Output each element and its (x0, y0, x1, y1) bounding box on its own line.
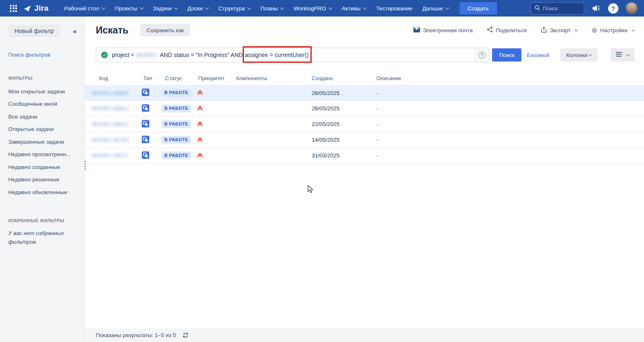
issue-type-icon (142, 151, 149, 160)
search-filters-link[interactable]: Поиск фильтров (8, 52, 77, 58)
topnav-menu-item[interactable]: Доски (182, 0, 213, 17)
table-row[interactable]: MOSRU-68861 В РАБОТЕ 26/05/2025 - (85, 101, 644, 116)
sidebar-filter-item[interactable]: Недавно решенные (8, 173, 77, 186)
topnav-menu-item[interactable]: Тестирование (371, 0, 417, 17)
topnav-menu-item[interactable]: Задачи (148, 0, 182, 17)
topnav-menu-label: Доски (187, 5, 203, 12)
settings-action-button[interactable]: ⚙ Настройки (592, 27, 635, 33)
column-header-status[interactable]: Статус (161, 75, 196, 81)
chevron-down-icon (140, 5, 144, 10)
jql-query-input[interactable]: ✓ project = MOSRU AND status = "In Progr… (96, 48, 489, 62)
chevron-down-icon (174, 5, 178, 10)
issue-key-link-redacted[interactable]: MOSRU-48571 (92, 152, 128, 159)
sidebar-filter-label: Сообщенные мной (8, 101, 57, 107)
jira-logo[interactable]: Jira (23, 4, 49, 13)
status-badge: В РАБОТЕ (161, 104, 191, 112)
save-as-button[interactable]: Сохранить как (140, 24, 190, 36)
jql-search-button[interactable]: Поиск (492, 48, 521, 62)
priority-highest-icon (197, 138, 203, 144)
question-mark-icon: ? (478, 52, 485, 59)
table-row[interactable]: MOSRU-48786 В РАБОТЕ 14/05/2025 - (85, 132, 644, 148)
email-action-button[interactable]: Электронная почта (413, 27, 473, 34)
issue-key-link-redacted[interactable]: MOSRU-48863 (92, 90, 128, 96)
top-navigation-bar: Jira Рабочий стол Проекты Задачи Доски С… (0, 0, 644, 17)
columns-button[interactable]: Колонки (560, 48, 597, 62)
created-date-cell: 26/05/2025 (312, 105, 374, 112)
table-row[interactable]: MOSRU-48863 В РАБОТЕ 26/05/2025 - (85, 85, 644, 101)
created-date-cell: 26/05/2025 (312, 90, 374, 96)
issue-key-cell: MOSRU-68861 (92, 105, 140, 112)
topnav-menu-item[interactable]: Проекты (110, 0, 148, 17)
collapse-sidebar-icon[interactable]: « (73, 28, 77, 35)
table-row[interactable]: MOSRU-48571 В РАБОТЕ 31/03/2025 - (85, 148, 644, 164)
priority-cell (196, 136, 236, 144)
chevron-down-icon (632, 28, 635, 31)
issue-key-link-redacted[interactable]: MOSRU-48786 (92, 137, 128, 143)
jira-logo-icon (23, 4, 32, 13)
priority-cell (196, 121, 236, 128)
table-row[interactable]: MOSRU-68842 В РАБОТЕ 22/05/2025 - (85, 116, 644, 132)
export-action-label: Экспорт (550, 27, 571, 33)
topnav-menu-item[interactable]: WorklogPRO (289, 0, 337, 17)
sidebar-filter-item[interactable]: Недавно просмотренн... (8, 148, 77, 161)
user-avatar[interactable] (626, 2, 637, 14)
jira-logo-text: Jira (34, 4, 49, 13)
column-header-type[interactable]: Тип (140, 75, 161, 81)
views-menu-button[interactable] (611, 48, 635, 62)
global-search-input[interactable] (543, 5, 576, 12)
sidebar-filter-item[interactable]: Открытые задачи (8, 123, 77, 136)
share-action-button[interactable]: Поделиться (487, 26, 527, 34)
global-search-box[interactable] (530, 2, 584, 14)
topnav-menu-item[interactable]: Рабочий стол (59, 0, 110, 17)
sidebar-filter-label: Недавно решенные (8, 176, 59, 183)
create-button[interactable]: Создать (459, 2, 497, 14)
new-filter-button[interactable]: Новый фильтр (8, 25, 60, 37)
sidebar-filter-item[interactable]: Недавно обновленные (8, 186, 77, 199)
announcements-megaphone-icon[interactable] (592, 4, 601, 12)
app-switcher-icon[interactable] (10, 5, 17, 12)
jql-valid-check-icon: ✓ (101, 52, 108, 58)
jql-help-button[interactable]: ? (475, 48, 489, 62)
favorites-section-title: ИЗБРАННЫЕ ФИЛЬТРЫ (8, 218, 77, 223)
export-action-button[interactable]: Экспорт (541, 26, 578, 34)
topnav-menu-item[interactable]: Планы (256, 0, 289, 17)
column-header-key[interactable]: Код (92, 75, 140, 81)
issue-type-icon (142, 135, 149, 145)
sidebar-filter-item[interactable]: Сообщенные мной (8, 98, 77, 111)
export-icon (541, 26, 547, 34)
issue-type-cell (140, 104, 161, 113)
issue-key-link-redacted[interactable]: MOSRU-68842 (92, 121, 128, 127)
results-footer-bar: Показаны результаты: 1–5 из 5 (85, 328, 644, 342)
page-title: Искать (96, 25, 128, 36)
sidebar-filter-item[interactable]: Недавно созданные (8, 161, 77, 173)
search-icon (535, 5, 540, 12)
chevron-down-icon (328, 5, 332, 10)
basic-mode-link[interactable]: Базовый (527, 52, 549, 58)
issue-type-icon (142, 88, 149, 97)
column-header-created[interactable]: Создано (312, 75, 374, 81)
filters-section-title: ФИЛЬТРЫ (8, 76, 77, 81)
priority-cell (196, 89, 236, 97)
status-badge: В РАБОТЕ (161, 152, 191, 159)
chevron-down-icon (280, 5, 284, 10)
issue-type-cell (140, 151, 161, 160)
status-badge: В РАБОТЕ (161, 120, 191, 128)
sidebar-filter-item[interactable]: Все задачи (8, 110, 77, 123)
sidebar-resize-handle[interactable] (85, 161, 86, 170)
sidebar-filter-list: Мои открытые задачи Сообщенные мной Все … (8, 85, 77, 199)
description-cell: - (374, 121, 644, 127)
sidebar-filter-item[interactable]: Завершенные задачи (8, 135, 77, 148)
refresh-icon[interactable] (182, 332, 189, 338)
topnav-menu-item[interactable]: Активы (337, 0, 372, 17)
column-header-description[interactable]: Описание (374, 75, 644, 81)
column-header-components[interactable]: Компоненты (236, 75, 312, 81)
results-count-text: Показаны результаты: 1–5 из 5 (96, 332, 176, 338)
column-header-priority[interactable]: Приоритет (196, 75, 236, 81)
chevron-down-icon (589, 52, 592, 56)
sidebar-filter-item[interactable]: Мои открытые задачи (8, 85, 77, 98)
help-icon[interactable]: ? (608, 3, 618, 14)
issue-key-link-redacted[interactable]: MOSRU-68861 (92, 105, 128, 112)
topnav-menu-item[interactable]: Дальше (417, 0, 454, 17)
status-badge: В РАБОТЕ (161, 136, 191, 144)
topnav-menu-item[interactable]: Структура (213, 0, 256, 17)
